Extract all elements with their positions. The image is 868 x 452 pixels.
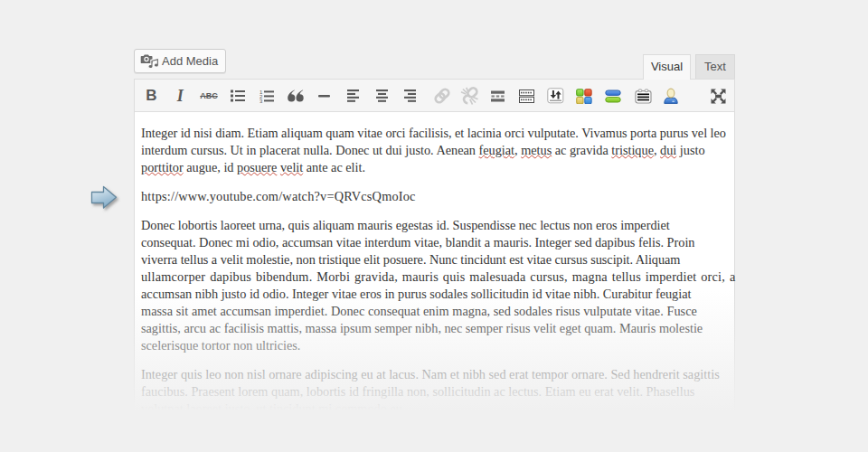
- svg-text:3: 3: [259, 98, 263, 102]
